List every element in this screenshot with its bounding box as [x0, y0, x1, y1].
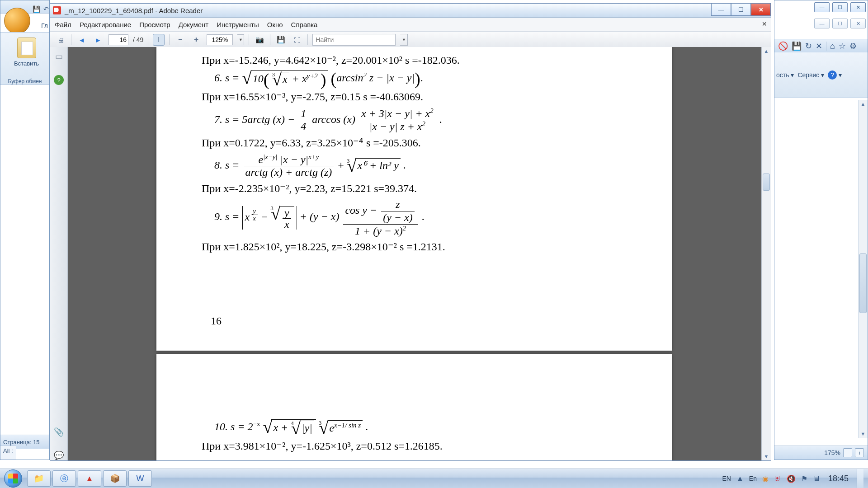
pdf-text-line: При x=0.1722, y=6.33, z=3.25×10⁻⁴ s =-20…: [202, 137, 631, 150]
office-orb-icon[interactable]: [4, 8, 30, 34]
taskbar-word-button[interactable]: W: [128, 470, 152, 487]
bg-sheet-area: [774, 100, 865, 438]
reader-scroll-thumb[interactable]: [763, 174, 770, 191]
pdf-equation-8: 8. s = e|x−y| |x − y|x+y arctg (x) + arc…: [202, 153, 631, 179]
pdf-equation-10: 10. s = 2−x √ x + 4√|y| 3√ex−1/ sin z .: [202, 419, 631, 436]
reader-minimize-button[interactable]: —: [711, 4, 731, 16]
pdf-equation-9: 9. s = xyx − 3√yx + (y − x) cos y − z(y …: [202, 198, 631, 237]
zoom-dropdown-button[interactable]: ▼: [237, 34, 244, 45]
bg-scroll-thumb[interactable]: [859, 253, 867, 313]
bg-close-button[interactable]: ✕: [850, 2, 866, 12]
scroll-up-icon[interactable]: ▲: [762, 47, 771, 55]
pdf-text-line: При x=-15.246, y=4.642×10⁻², z=20.001×10…: [202, 54, 631, 67]
tray-app-icon[interactable]: ◉: [762, 474, 769, 483]
bg-zoom-label: 175%: [824, 449, 840, 456]
menu-window[interactable]: Окно: [267, 21, 283, 28]
reader-titlebar[interactable]: _m_12_100229_1_69408.pdf - Adobe Reader …: [50, 4, 771, 18]
menu-document[interactable]: Документ: [179, 21, 209, 28]
help-panel-icon[interactable]: ?: [54, 75, 64, 85]
reader-title: _m_12_100229_1_69408.pdf - Adobe Reader: [65, 7, 203, 14]
page-total-label: / 49: [133, 36, 143, 43]
refresh-icon[interactable]: ↻: [805, 41, 812, 51]
print-button[interactable]: 🖨: [55, 34, 66, 46]
bg-help-icon[interactable]: ?: [828, 70, 837, 80]
find-input[interactable]: [312, 34, 396, 46]
save-icon[interactable]: 💾: [792, 41, 802, 51]
page-number-input[interactable]: [108, 34, 128, 45]
star-icon[interactable]: ☆: [839, 41, 846, 51]
pages-panel-icon[interactable]: ▭: [54, 52, 64, 61]
tray-clock[interactable]: 18:45: [826, 474, 851, 483]
prev-page-button[interactable]: ◄: [76, 34, 88, 46]
pdf-page: 10. s = 2−x √ x + 4√|y| 3√ex−1/ sin z . …: [156, 354, 672, 460]
bg-ribbon-group-b[interactable]: Сервис ▾: [797, 71, 824, 79]
bg-statusbar: 175% − +: [774, 446, 868, 460]
zoom-in-button[interactable]: ✚: [190, 34, 202, 46]
menu-view[interactable]: Просмотр: [139, 21, 170, 28]
reader-close-button[interactable]: ✕: [751, 4, 771, 16]
reader-toolbar: 🖨 ◄ ► / 49 Ⅰ ━ ✚ ▼ 📷 💾 ⛶ ▼: [50, 32, 771, 48]
scroll-up-icon[interactable]: ▲: [859, 100, 868, 108]
start-button[interactable]: [0, 469, 26, 488]
windows-orb-icon: [4, 469, 22, 488]
tray-language-indicator[interactable]: EN: [722, 475, 731, 482]
delete-icon[interactable]: ✕: [816, 41, 822, 51]
bg-zoom-in-button[interactable]: +: [855, 448, 864, 457]
menu-file[interactable]: Файл: [55, 21, 71, 28]
reader-menubar: Файл Редактирование Просмотр Документ Ин…: [50, 18, 771, 32]
pdf-text-line: При x=16.55×10⁻³, y=-2.75, z=0.15 s =-40…: [202, 91, 631, 103]
taskbar-ie-button[interactable]: ⓔ: [52, 470, 76, 487]
bg-doc-close-button[interactable]: ✕: [850, 19, 866, 28]
tray-battery-icon[interactable]: 🖥: [813, 474, 820, 483]
tray-shield-icon[interactable]: ⛨: [774, 474, 781, 483]
zoom-input[interactable]: [207, 34, 233, 45]
bg-ribbon-group-a[interactable]: ость ▾: [776, 71, 794, 79]
document-close-button[interactable]: ✕: [762, 20, 767, 28]
save-copy-button[interactable]: 💾: [275, 34, 287, 46]
word-home-tab[interactable]: Гл: [41, 22, 48, 29]
word-status-all: All :: [0, 446, 16, 460]
bg-scrollbar[interactable]: ▲ ▼: [858, 100, 868, 438]
qa-save-icon[interactable]: 💾: [32, 5, 40, 13]
attachments-panel-icon[interactable]: 📎: [54, 427, 64, 437]
bg-zoom-out-button[interactable]: −: [843, 448, 852, 457]
tray-up-icon[interactable]: ▲: [736, 474, 744, 483]
scroll-down-icon[interactable]: ▼: [859, 430, 868, 438]
bg-doc-min-button[interactable]: —: [814, 19, 830, 28]
pdf-page: При x=-15.246, y=4.642×10⁻², z=20.001×10…: [156, 47, 672, 351]
select-tool-button[interactable]: Ⅰ: [153, 34, 165, 46]
taskbar-7zip-button[interactable]: 📦: [103, 470, 127, 487]
fit-page-button[interactable]: ⛶: [291, 34, 303, 46]
taskbar-reader-button[interactable]: ▲: [78, 470, 101, 487]
reader-sidebar: ▭ ? 📎 💬: [50, 47, 68, 460]
tray-flag-icon[interactable]: ⚑: [801, 474, 807, 483]
show-desktop-button[interactable]: [857, 469, 863, 488]
bg-doc-max-button[interactable]: ☐: [832, 19, 848, 28]
menu-help[interactable]: Справка: [291, 21, 318, 28]
snapshot-button[interactable]: 📷: [254, 34, 265, 46]
block-icon[interactable]: 🚫: [778, 41, 788, 51]
reader-maximize-button[interactable]: ☐: [731, 4, 751, 16]
next-page-button[interactable]: ►: [92, 34, 104, 46]
paste-label: Вставить: [14, 60, 39, 67]
pdf-viewer[interactable]: При x=-15.246, y=4.642×10⁻², z=20.001×10…: [68, 47, 761, 460]
home-icon[interactable]: ⌂: [830, 42, 835, 51]
menu-edit[interactable]: Редактирование: [80, 21, 131, 28]
bg-min-button[interactable]: —: [814, 2, 830, 12]
pdf-equation-7: 7. s = 5arctg (x) − 14 arccos (x) x + 3|…: [202, 107, 631, 133]
qa-undo-icon[interactable]: ↶: [42, 5, 50, 13]
bg-max-button[interactable]: ☐: [832, 2, 848, 12]
gear-icon[interactable]: ⚙: [849, 41, 857, 51]
system-tray: EN ▲ En ◉ ⛨ 🔇 ⚑ 🖥 18:45: [718, 469, 868, 488]
taskbar-explorer-button[interactable]: 📁: [27, 470, 51, 487]
paste-button[interactable]: Вставить: [14, 38, 39, 67]
menu-tools[interactable]: Инструменты: [217, 21, 259, 28]
find-dropdown-button[interactable]: ▼: [400, 34, 408, 46]
tray-volume-icon[interactable]: 🔇: [787, 474, 796, 483]
taskbar: 📁 ⓔ ▲ 📦 W EN ▲ En ◉ ⛨ 🔇 ⚑ 🖥 18:45: [0, 469, 868, 488]
zoom-out-button[interactable]: ━: [174, 34, 186, 46]
scroll-down-icon[interactable]: ▼: [762, 452, 771, 460]
reader-scrollbar[interactable]: ▲ ▼: [761, 47, 771, 460]
comments-panel-icon[interactable]: 💬: [54, 450, 64, 460]
tray-language-indicator-2[interactable]: En: [749, 475, 757, 482]
